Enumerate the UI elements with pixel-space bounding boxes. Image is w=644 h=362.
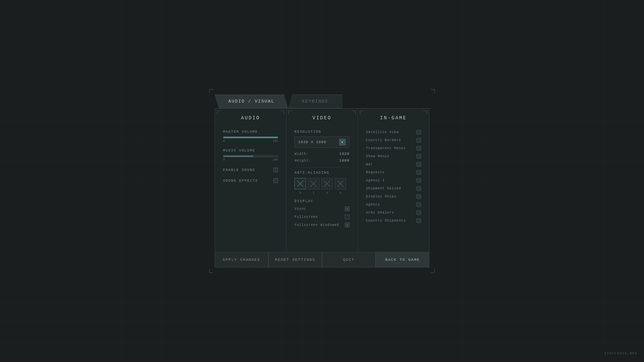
fullscreen-windowed-checkbox[interactable] — [345, 223, 350, 227]
master-volume-label: Master Volume — [223, 130, 278, 134]
agency1-checkbox[interactable] — [417, 178, 421, 183]
video-panel: Video Resolution 1920 X 1080 ▼ Width: 19… — [286, 109, 358, 252]
aa-numbers: 0 2 4 8 — [294, 191, 350, 195]
aa-icon-2 — [310, 180, 317, 187]
display-section: Display Vsync Fullscreen Fullscreen Wind… — [294, 199, 350, 227]
music-volume-slider[interactable]: 0 100 — [223, 155, 278, 162]
master-volume-slider[interactable]: 0 100 — [223, 136, 278, 143]
vsync-row: Vsync — [294, 206, 350, 211]
war-checkbox[interactable] — [417, 162, 421, 167]
reset-settings-button[interactable]: Reset Settings — [268, 252, 322, 267]
ingame-row-shipment-seized: Shipment Seized — [366, 186, 421, 191]
corner-decoration-tl — [209, 89, 213, 93]
fullscreen-windowed-row: Fullscreen Windowed — [294, 223, 350, 227]
video-panel-title: Video — [294, 115, 350, 123]
resolution-dropdown[interactable]: 1920 X 1080 ▼ — [294, 136, 350, 148]
divider-1 — [294, 167, 350, 168]
audio-panel-title: Audio — [223, 115, 278, 123]
ingame-row-country-shipments: Country Shipments — [366, 219, 421, 223]
ingame-row-display-ships: Display Ships — [366, 194, 421, 199]
agency-checkbox[interactable] — [417, 202, 421, 207]
country-shipments-checkbox[interactable] — [417, 219, 421, 223]
display-label: Display — [294, 199, 350, 203]
enable-sound-row: Enable Sound — [223, 168, 278, 172]
enable-sound-checkbox[interactable] — [273, 168, 278, 172]
corner-decoration-br — [431, 269, 435, 273]
ingame-row-agency1: Agency 1 — [366, 178, 421, 183]
transparent-menus-checkbox[interactable] — [417, 146, 421, 150]
anti-aliasing-label: Anti-Aliasing — [294, 171, 350, 175]
ingame-row-agency: Agency — [366, 202, 421, 207]
ingame-row-satellite: Satellite View — [366, 130, 421, 134]
fullscreen-checkbox[interactable] — [345, 215, 350, 219]
aa-option-2[interactable] — [308, 178, 319, 189]
ingame-row-show-menus: Show Menus — [366, 154, 421, 159]
ingame-row-transparent-menus: Transparent Menus — [366, 146, 421, 150]
arms-dealers-checkbox[interactable] — [417, 210, 421, 215]
anti-aliasing-options — [294, 178, 350, 189]
music-volume-label: Music Volume — [223, 149, 278, 153]
corner-decoration-bl — [209, 269, 213, 273]
corner-decoration-tr — [431, 89, 435, 93]
ingame-panel-title: In-Game — [366, 115, 421, 123]
display-ships-checkbox[interactable] — [417, 194, 421, 199]
aa-option-8[interactable] — [335, 178, 346, 189]
ingame-panel: In-Game Satellite View Country Borders T… — [358, 109, 429, 252]
shipment-seized-checkbox[interactable] — [417, 186, 421, 191]
aa-option-0[interactable] — [294, 178, 306, 189]
ingame-row-arms-dealers: Arms Dealers — [366, 210, 421, 215]
height-row: Height: 1080 — [294, 159, 350, 163]
ingame-row-war: War — [366, 162, 421, 167]
tab-keybinds[interactable]: Keybinds — [288, 95, 342, 108]
settings-content: Audio Master Volume 0 100 Music Volume — [215, 108, 429, 252]
ingame-row-country-borders: Country Borders — [366, 138, 421, 142]
apply-changes-button[interactable]: Apply Changes — [215, 252, 268, 267]
settings-tabs: Audio / Visual Keybinds — [215, 95, 429, 108]
aa-icon-0 — [297, 180, 304, 187]
aa-icon-4 — [323, 180, 331, 187]
quit-button[interactable]: Quit — [322, 252, 376, 267]
aa-option-4[interactable] — [321, 178, 333, 189]
back-to-game-button[interactable]: Back to Game — [376, 252, 429, 267]
tab-audio-visual[interactable]: Audio / Visual — [215, 95, 288, 108]
watermark: 1Torrents.Net — [604, 351, 637, 355]
requests-checkbox[interactable] — [417, 170, 421, 175]
resolution-label: Resolution — [294, 130, 350, 134]
show-menus-checkbox[interactable] — [417, 154, 421, 159]
audio-panel: Audio Master Volume 0 100 Music Volume — [215, 109, 286, 252]
country-borders-checkbox[interactable] — [417, 138, 421, 142]
vsync-checkbox[interactable] — [345, 206, 350, 211]
sound-effects-row: Sound Effects — [223, 178, 278, 183]
fullscreen-row: Fullscreen — [294, 215, 350, 219]
ingame-row-requests: Requests — [366, 170, 421, 175]
dropdown-arrow-icon: ▼ — [339, 139, 346, 145]
bottom-bar: Apply Changes Reset Settings Quit Back t… — [215, 252, 429, 267]
width-row: Width: 1920 — [294, 152, 350, 156]
sound-effects-checkbox[interactable] — [273, 178, 278, 183]
aa-icon-8 — [337, 180, 344, 187]
satellite-view-checkbox[interactable] — [417, 130, 421, 134]
